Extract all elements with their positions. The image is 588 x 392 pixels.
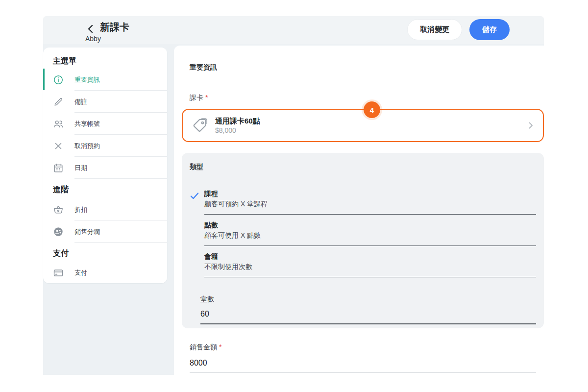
option-title: 課程	[204, 189, 536, 198]
option-title: 點數	[204, 220, 536, 230]
sidebar-item-payment[interactable]: 支付	[43, 262, 167, 283]
main-content: 重要資訊 課卡* 4 通用課卡60點 $8,0	[174, 46, 544, 375]
sidebar-item-important-info[interactable]: 重要資訊	[43, 69, 167, 91]
required-asterisk: *	[219, 343, 221, 351]
sidebar-item-label: 支付	[74, 269, 87, 277]
page-subtitle: Abby	[85, 35, 101, 43]
sidebar-section-payment: 支付	[43, 243, 167, 262]
section-title-important-info: 重要資訊	[190, 63, 544, 72]
step-badge: 4	[364, 101, 380, 118]
type-section: 類型 課程 顧客可預約 X 堂課程 點數 顧客可使用 X 點數 會籍	[182, 153, 544, 328]
body: 重要資訊 課卡* 4 通用課卡60點 $8,0	[43, 44, 544, 375]
sidebar: 主選單 重要資訊 備註 共享帳號	[43, 48, 167, 283]
chevron-right-icon	[526, 121, 535, 130]
sidebar-item-label: 折扣	[74, 205, 87, 214]
people-filled-icon	[53, 226, 64, 237]
sidebar-item-label: 重要資訊	[74, 75, 100, 84]
back-button[interactable]	[84, 23, 96, 35]
sidebar-item-label: 銷售分潤	[74, 227, 100, 236]
card-icon	[53, 268, 64, 278]
page: 新課卡 Abby 取消變更 儲存 重要資訊 課卡* 4	[0, 0, 588, 392]
sidebar-section-main: 主選單	[43, 53, 167, 69]
course-card-selector[interactable]: 4 通用課卡60點 $8,000	[182, 109, 544, 142]
cancel-changes-button[interactable]: 取消變更	[407, 19, 462, 40]
app-window: 新課卡 Abby 取消變更 儲存 重要資訊 課卡* 4	[43, 16, 544, 375]
type-label: 類型	[190, 153, 544, 172]
type-option-course[interactable]: 課程 顧客可預約 X 堂課程	[204, 183, 536, 215]
type-option-points[interactable]: 點數 顧客可使用 X 點數	[204, 215, 536, 246]
pencil-icon	[53, 97, 64, 107]
sidebar-item-label: 備註	[74, 98, 87, 106]
x-icon	[53, 141, 64, 151]
sidebar-item-cancel-booking[interactable]: 取消預約	[43, 135, 167, 157]
sidebar-item-discount[interactable]: 折扣	[43, 198, 167, 220]
required-asterisk: *	[205, 94, 208, 101]
course-card-label: 課卡*	[190, 94, 544, 102]
tag-icon	[192, 117, 208, 134]
sidebar-section-advanced: 進階	[43, 179, 167, 198]
page-header: 新課卡 Abby 取消變更 儲存	[43, 16, 544, 44]
sidebar-item-shared-account[interactable]: 共享帳號	[43, 113, 167, 135]
sidebar-item-label: 共享帳號	[74, 120, 100, 128]
basket-icon	[53, 204, 64, 215]
sidebar-item-notes[interactable]: 備註	[43, 91, 167, 113]
sale-amount-input[interactable]	[190, 358, 536, 373]
option-description: 顧客可預約 X 堂課程	[204, 198, 536, 209]
info-icon	[53, 74, 64, 85]
sidebar-item-date[interactable]: 日期	[43, 157, 167, 179]
sidebar-item-label: 取消預約	[74, 142, 100, 150]
sale-amount-field: 銷售金額*	[190, 343, 536, 373]
option-description: 顧客可使用 X 點數	[204, 230, 536, 241]
sale-amount-label: 銷售金額*	[190, 343, 536, 352]
course-card-price: $8,000	[215, 126, 526, 135]
check-icon	[190, 191, 199, 201]
label-text: 銷售金額	[190, 343, 217, 351]
sessions-label: 堂數	[200, 295, 536, 304]
sessions-field: 堂數	[200, 295, 536, 324]
sessions-input[interactable]	[200, 309, 536, 324]
chevron-left-icon	[87, 24, 94, 33]
sidebar-item-label: 日期	[74, 164, 87, 172]
page-title: 新課卡	[100, 21, 129, 34]
option-title: 會籍	[204, 251, 536, 261]
calendar-icon	[53, 163, 64, 173]
label-text: 課卡	[190, 94, 203, 101]
type-option-membership[interactable]: 會籍 不限制使用次數	[204, 246, 536, 277]
option-description: 不限制使用次數	[204, 261, 536, 272]
course-card-text: 通用課卡60點 $8,000	[215, 116, 526, 135]
save-button[interactable]: 儲存	[469, 19, 510, 40]
people-icon	[53, 119, 64, 129]
sidebar-item-sales-split[interactable]: 銷售分潤	[43, 220, 167, 243]
